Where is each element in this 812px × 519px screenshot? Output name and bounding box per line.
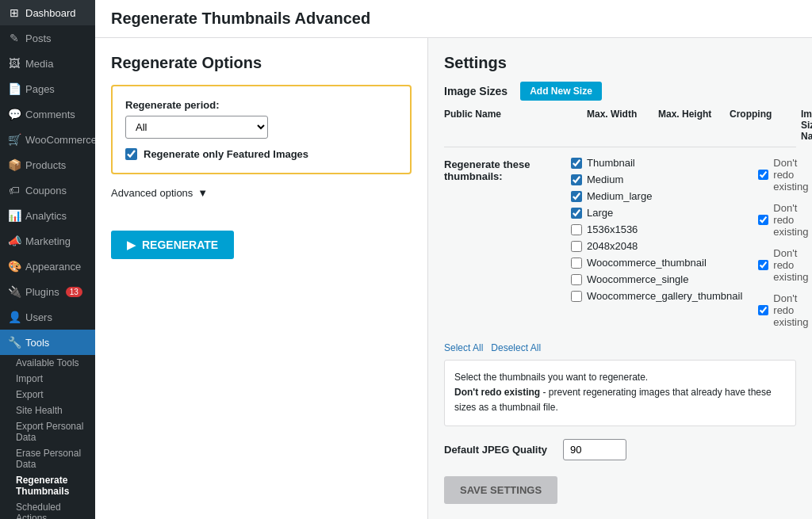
thumb-2048: 2048x2048 [571,240,742,252]
thumb-medium-checkbox[interactable] [571,174,582,185]
sidebar-sub-export[interactable]: Export [0,387,95,403]
sidebar-item-marketing[interactable]: 📣 Marketing [0,228,95,254]
image-sizes-header: Image Sizes Add New Size [444,82,796,101]
sidebar-sub-erase-personal[interactable]: Erase Personal Data [0,445,95,472]
sidebar-item-plugins[interactable]: 🔌 Plugins 13 [0,279,95,304]
thumbnails-list-left: Thumbnail Medium Medium_large Large [571,157,742,333]
thumb-woo-gallery-checkbox[interactable] [571,291,582,302]
sidebar-sub-regenerate-thumbnails[interactable]: Regenerate Thumbnails [0,472,95,499]
dont-redo-medium-large: Don't redo existing [758,247,808,283]
jpeg-quality-label: Default JPEG Quality [444,444,547,456]
sidebar-sub-export-personal[interactable]: Export Personal Data [0,418,95,445]
dont-redo-large-checkbox[interactable] [758,305,768,315]
media-icon: 🖼 [8,57,21,70]
col-max-width: Max. Width [587,109,658,142]
period-select[interactable]: All Last 7 days Last 30 days Last 90 day… [125,116,268,139]
period-label: Regenerate period: [125,99,397,111]
thumb-woo-single-checkbox[interactable] [571,274,582,285]
coupons-icon: 🏷 [8,184,21,197]
thumb-1536: 1536x1536 [571,223,742,235]
settings-heading: Settings [444,54,796,72]
regenerate-button[interactable]: ▶ REGENERATE [111,231,234,259]
thumb-1536-checkbox[interactable] [571,224,582,235]
sidebar-item-analytics[interactable]: 📊 Analytics [0,203,95,228]
sidebar-item-dashboard[interactable]: ⊞ Dashboard [0,0,95,25]
sidebar-item-comments[interactable]: 💬 Comments [0,101,95,127]
sidebar-item-users[interactable]: 👤 Users [0,304,95,330]
right-panel: Settings Image Sizes Add New Size Public… [428,38,812,519]
sidebar-item-coupons[interactable]: 🏷 Coupons [0,177,95,203]
comments-icon: 💬 [8,108,21,120]
page-header: Regenerate Thumbnails Advanced [95,0,812,38]
sidebar-sub-site-health[interactable]: Site Health [0,403,95,418]
add-new-size-button[interactable]: Add New Size [520,82,602,101]
select-all-link[interactable]: Select All [444,342,483,353]
thumb-medium: Medium [571,174,742,185]
deselect-all-link[interactable]: Deselect All [491,342,541,353]
sizes-table-header: Public Name Max. Width Max. Height Cropp… [444,109,796,147]
advanced-options-toggle[interactable]: Advanced options ▼ [111,187,412,199]
col-max-height: Max. Height [658,109,730,142]
thumb-thumbnail-checkbox[interactable] [571,158,582,169]
dont-redo-large: Don't redo existing [758,292,808,328]
dont-redo-medium-large-checkbox[interactable] [758,260,768,270]
page-title: Regenerate Thumbnails Advanced [111,10,796,28]
sidebar-item-posts[interactable]: ✎ Posts [0,25,95,51]
info-box: Select the thumbnails you want to regene… [444,360,796,426]
sidebar-item-pages[interactable]: 📄 Pages [0,76,95,101]
thumb-large-checkbox[interactable] [571,208,582,219]
dont-redo-thumbnail: Don't redo existing [758,157,808,193]
regen-these-label: Regenerate these thumbnails: [444,157,555,333]
posts-icon: ✎ [8,32,21,44]
select-deselect-links: Select All Deselect All [444,342,796,353]
sidebar-sub-import[interactable]: Import [0,371,95,387]
sidebar-item-tools[interactable]: 🔧 Tools [0,330,95,355]
jpeg-quality-row: Default JPEG Quality [444,439,796,460]
thumb-woo-thumbnail: Woocommerce_thumbnail [571,257,742,269]
col-public-name: Public Name [444,109,587,142]
play-icon: ▶ [127,239,136,251]
appearance-icon: 🎨 [8,260,21,273]
dont-redo-thumbnail-checkbox[interactable] [758,170,768,180]
analytics-icon: 📊 [8,209,21,222]
sidebar-item-appearance[interactable]: 🎨 Appearance [0,254,95,279]
featured-images-option: Regenerate only Featured Images [125,148,397,160]
sidebar-sub-scheduled-actions[interactable]: Scheduled Actions [0,499,95,519]
sidebar-item-media[interactable]: 🖼 Media [0,51,95,76]
jpeg-quality-input[interactable] [563,439,626,460]
left-panel: Regenerate Options Regenerate period: Al… [95,38,428,519]
thumb-woo-single: Woocommerce_single [571,273,742,285]
tools-icon: 🔧 [8,336,21,349]
sidebar-item-products[interactable]: 📦 Products [0,152,95,177]
col-cropping: Cropping [730,109,801,142]
marketing-icon: 📣 [8,235,21,247]
chevron-down-icon: ▼ [197,187,208,199]
featured-images-label: Regenerate only Featured Images [144,148,308,160]
col-image-size-name: Image Size Name [801,109,812,142]
sidebar-sub-available-tools[interactable]: Available Tools [0,355,95,371]
regen-options-box: Regenerate period: All Last 7 days Last … [111,85,412,174]
dont-redo-medium-checkbox[interactable] [758,215,768,225]
dont-redo-list: Don't redo existing Don't redo existing … [758,157,808,333]
thumb-medium-large-checkbox[interactable] [571,191,582,202]
users-icon: 👤 [8,311,21,323]
sidebar: ⊞ Dashboard ✎ Posts 🖼 Media 📄 Pages 💬 Co… [0,0,95,519]
plugins-badge: 13 [66,287,82,297]
featured-images-checkbox[interactable] [125,148,137,160]
thumb-large: Large [571,207,742,219]
info-text: Select the thumbnails you want to regene… [454,372,648,383]
thumb-medium-large: Medium_large [571,190,742,202]
advanced-options-label: Advanced options [111,187,193,199]
main-content: Regenerate Thumbnails Advanced Regenerat… [95,0,812,519]
thumb-woo-thumbnail-checkbox[interactable] [571,258,582,269]
thumb-thumbnail: Thumbnail [571,157,742,169]
thumb-2048-checkbox[interactable] [571,241,582,252]
pages-icon: 📄 [8,82,21,95]
regen-options-heading: Regenerate Options [111,54,412,72]
regen-these-section: Regenerate these thumbnails: Thumbnail M… [444,157,796,333]
dashboard-icon: ⊞ [8,6,21,19]
sidebar-item-woocommerce[interactable]: 🛒 WooCommerce [0,127,95,152]
dont-redo-medium: Don't redo existing [758,202,808,238]
thumb-woo-gallery: Woocommerce_gallery_thumbnail [571,290,742,302]
save-settings-button[interactable]: SAVE SETTINGS [444,476,557,504]
